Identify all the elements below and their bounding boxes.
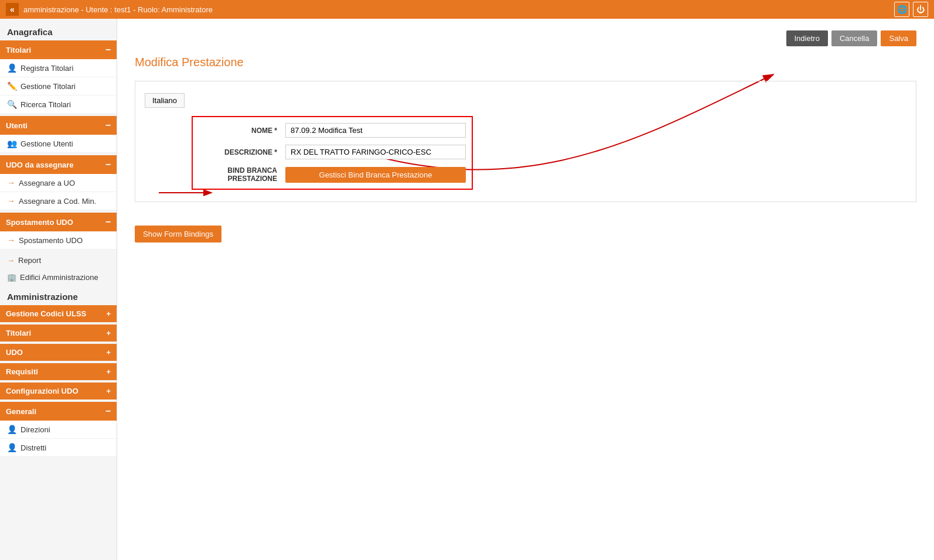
direzioni-label: Direzioni bbox=[21, 425, 50, 434]
sidebar-group-utenti-header[interactable]: Utenti − bbox=[0, 116, 117, 135]
page-title: Modifica Prestazione bbox=[135, 56, 916, 69]
sidebar-group-titolari-admin: Titolari + bbox=[0, 325, 117, 342]
sidebar-group-gestione-ulss: Gestione Codici ULSS + bbox=[0, 305, 117, 322]
generali-label: Generali bbox=[6, 407, 36, 416]
sidebar-group-utenti: Utenti − 👥 Gestione Utenti bbox=[0, 116, 117, 153]
sidebar-group-titolari: Titolari − 👤 Registra Titolari ✏️ Gestio… bbox=[0, 40, 117, 114]
spostamento-udo-label: Spostamento UDO bbox=[19, 236, 83, 245]
topbar: « amministrazione - Utente : test1 - Ruo… bbox=[0, 0, 934, 19]
config-udo-header[interactable]: Configurazioni UDO + bbox=[0, 383, 117, 399]
topbar-title: amministrazione - Utente : test1 - Ruolo… bbox=[23, 5, 213, 14]
sidebar-link-edifici[interactable]: 🏢 Edifici Amministrazione bbox=[0, 269, 117, 286]
nome-input[interactable] bbox=[285, 123, 466, 138]
generali-toggle: − bbox=[105, 406, 111, 416]
sidebar-group-spostamento-header[interactable]: Spostamento UDO − bbox=[0, 213, 117, 231]
sidebar: Anagrafica Titolari − 👤 Registra Titolar… bbox=[0, 19, 117, 560]
report-label: Report bbox=[18, 256, 41, 265]
titolari-label: Titolari bbox=[6, 46, 31, 54]
person-icon-2: 👤 bbox=[7, 425, 17, 434]
form-highlight-box: NOME * DESCRIZIONE * BIND BRANCA PRESTAZ… bbox=[192, 116, 473, 190]
nome-label: NOME * bbox=[199, 127, 281, 135]
anagrafica-title: Anagrafica bbox=[0, 19, 117, 40]
config-udo-label: Configurazioni UDO bbox=[6, 387, 79, 395]
spostamento-items: → Spostamento UDO bbox=[0, 231, 117, 250]
cancella-button[interactable]: Cancella bbox=[831, 30, 878, 46]
sidebar-item-spostamento-udo[interactable]: → Spostamento UDO bbox=[0, 231, 117, 250]
gestione-ulss-header[interactable]: Gestione Codici ULSS + bbox=[0, 305, 117, 322]
sidebar-item-distretti[interactable]: 👤 Distretti bbox=[0, 439, 117, 457]
titolari-admin-header[interactable]: Titolari + bbox=[0, 325, 117, 342]
show-form-bindings-button[interactable]: Show Form Bindings bbox=[135, 226, 221, 243]
bind-branca-label: BIND BRANCA PRESTAZIONE bbox=[199, 166, 281, 183]
toolbar: Indietro Cancella Salva bbox=[135, 30, 916, 46]
descrizione-input[interactable] bbox=[285, 145, 466, 159]
assegnare-cod-label: Assegnare a Cod. Min. bbox=[19, 197, 96, 206]
sidebar-item-gestione-titolari[interactable]: ✏️ Gestione Titolari bbox=[0, 77, 117, 95]
utenti-items: 👥 Gestione Utenti bbox=[0, 135, 117, 153]
requisiti-label: Requisiti bbox=[6, 367, 38, 376]
main-inner: Indietro Cancella Salva Modifica Prestaz… bbox=[117, 19, 934, 254]
requisiti-header[interactable]: Requisiti + bbox=[0, 363, 117, 380]
utenti-toggle: − bbox=[105, 120, 111, 131]
form-grid: NOME * DESCRIZIONE * BIND BRANCA PRESTAZ… bbox=[199, 123, 466, 183]
spostamento-toggle: − bbox=[105, 217, 111, 227]
sidebar-group-requisiti: Requisiti + bbox=[0, 363, 117, 380]
titolari-items: 👤 Registra Titolari ✏️ Gestione Titolari… bbox=[0, 59, 117, 114]
arrow-right-icon-2: → bbox=[7, 196, 15, 206]
registra-titolari-label: Registra Titolari bbox=[21, 64, 73, 73]
sidebar-group-udo-admin: UDO + bbox=[0, 344, 117, 361]
sidebar-group-generali: Generali − 👤 Direzioni 👤 Distretti bbox=[0, 402, 117, 457]
person-icon-3: 👤 bbox=[7, 443, 17, 452]
salva-button[interactable]: Salva bbox=[881, 30, 916, 46]
indietro-button[interactable]: Indietro bbox=[786, 30, 828, 46]
amministrazione-title: Amministrazione bbox=[0, 286, 117, 305]
gestione-utenti-label: Gestione Utenti bbox=[21, 139, 73, 148]
udo-admin-label: UDO bbox=[6, 348, 23, 357]
users-icon: 👥 bbox=[7, 139, 17, 148]
arrow-right-icon-4: → bbox=[7, 256, 15, 265]
edit-icon: ✏️ bbox=[7, 81, 17, 91]
arrow-right-icon: → bbox=[7, 178, 15, 187]
sidebar-item-assegnare-cod[interactable]: → Assegnare a Cod. Min. bbox=[0, 192, 117, 210]
sidebar-item-direzioni[interactable]: 👤 Direzioni bbox=[0, 421, 117, 439]
topbar-icons: 🌐 ⏻ bbox=[894, 2, 928, 17]
sidebar-group-udo-header[interactable]: UDO da assegnare − bbox=[0, 155, 117, 174]
globe-icon-button[interactable]: 🌐 bbox=[894, 2, 909, 17]
udo-admin-toggle: + bbox=[106, 348, 111, 357]
udo-assegnare-label: UDO da assegnare bbox=[6, 161, 74, 169]
edifici-label: Edifici Amministrazione bbox=[20, 273, 98, 282]
topbar-back-button[interactable]: « bbox=[6, 3, 19, 16]
generali-header[interactable]: Generali − bbox=[0, 402, 117, 421]
assegnare-uo-label: Assegnare a UO bbox=[19, 179, 75, 187]
distretti-label: Distretti bbox=[21, 443, 46, 452]
gestione-ulss-label: Gestione Codici ULSS bbox=[6, 309, 86, 318]
search-icon: 🔍 bbox=[7, 100, 17, 109]
building-icon: 🏢 bbox=[7, 273, 16, 282]
form-section: Italiano NOME * DESCRIZIONE * BIND BRANC… bbox=[135, 81, 916, 202]
sidebar-item-registra-titolari[interactable]: 👤 Registra Titolari bbox=[0, 59, 117, 77]
sidebar-link-report[interactable]: → Report bbox=[0, 252, 117, 269]
udo-assegnare-items: → Assegnare a UO → Assegnare a Cod. Min. bbox=[0, 174, 117, 210]
gestisci-bind-branca-button[interactable]: Gestisci Bind Branca Prestazione bbox=[285, 167, 466, 183]
sidebar-item-ricerca-titolari[interactable]: 🔍 Ricerca Titolari bbox=[0, 95, 117, 114]
config-udo-toggle: + bbox=[106, 387, 111, 395]
gestione-titolari-label: Gestione Titolari bbox=[21, 82, 76, 91]
titolari-admin-toggle: + bbox=[106, 329, 111, 337]
sidebar-item-gestione-utenti[interactable]: 👥 Gestione Utenti bbox=[0, 135, 117, 153]
sidebar-item-assegnare-uo[interactable]: → Assegnare a UO bbox=[0, 174, 117, 192]
sidebar-group-udo-assegnare: UDO da assegnare − → Assegnare a UO → As… bbox=[0, 155, 117, 210]
utenti-label: Utenti bbox=[6, 121, 28, 130]
udo-admin-header[interactable]: UDO + bbox=[0, 344, 117, 361]
topbar-left: « amministrazione - Utente : test1 - Ruo… bbox=[6, 3, 213, 16]
gestione-ulss-toggle: + bbox=[106, 309, 111, 318]
lang-tab[interactable]: Italiano bbox=[145, 93, 185, 108]
descrizione-label: DESCRIZIONE * bbox=[199, 148, 281, 156]
sidebar-group-titolari-header[interactable]: Titolari − bbox=[0, 40, 117, 59]
person-icon: 👤 bbox=[7, 63, 17, 73]
titolari-toggle: − bbox=[105, 45, 111, 55]
udo-assegnare-toggle: − bbox=[105, 159, 111, 170]
sidebar-group-spostamento: Spostamento UDO − → Spostamento UDO bbox=[0, 213, 117, 250]
power-icon-button[interactable]: ⏻ bbox=[913, 2, 928, 17]
titolari-admin-label: Titolari bbox=[6, 329, 31, 337]
main-content: Indietro Cancella Salva Modifica Prestaz… bbox=[117, 19, 934, 560]
